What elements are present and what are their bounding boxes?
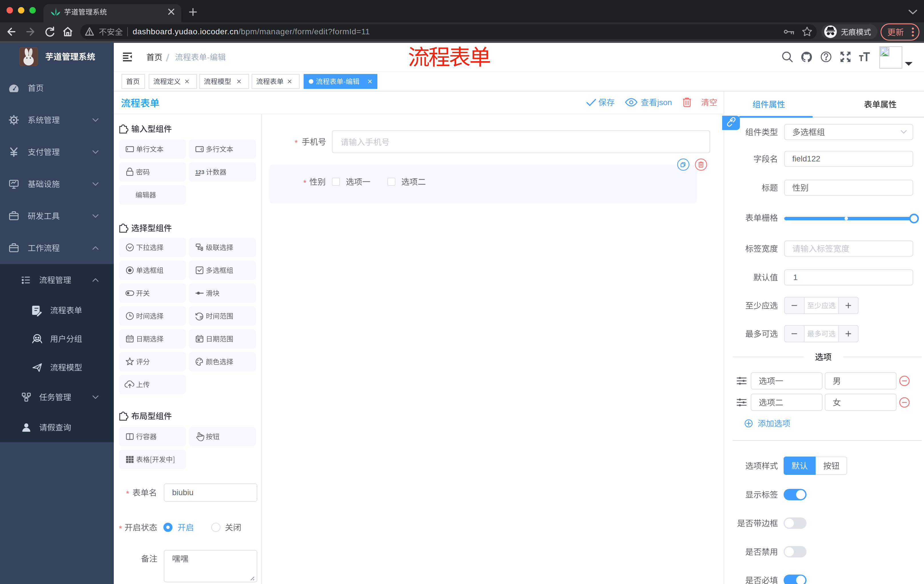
svg-text:123: 123 <box>195 169 205 175</box>
